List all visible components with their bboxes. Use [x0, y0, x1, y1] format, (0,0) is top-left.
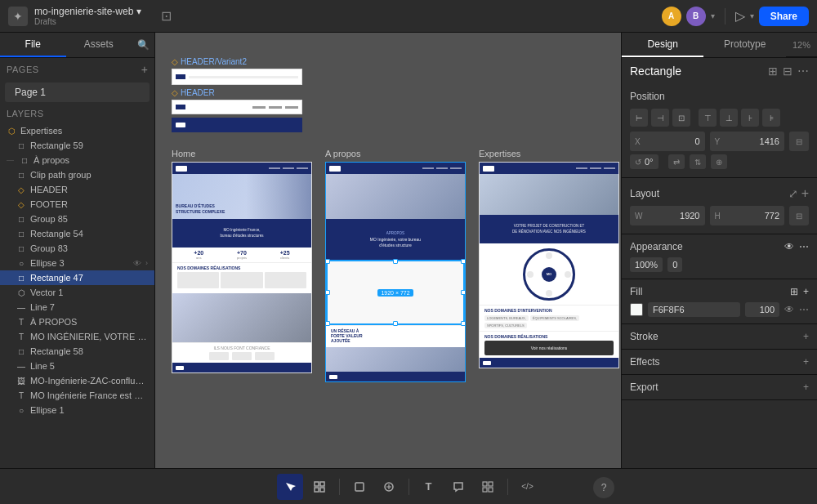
pen-tool-button[interactable] — [376, 474, 402, 500]
layer-label: Ellipse 3 — [30, 258, 129, 268]
fill-opacity-field[interactable]: 100 — [745, 302, 779, 317]
search-button[interactable]: 🔍 — [132, 33, 154, 57]
add-page-button[interactable]: + — [141, 63, 148, 76]
layout-expand-icon[interactable]: ⤢ — [788, 187, 798, 200]
fill-grid-icon[interactable]: ⊞ — [790, 286, 798, 297]
appearance-header: Appearance 👁 ⋯ — [630, 241, 809, 252]
layer-line5[interactable]: — Line 5 — [0, 359, 154, 373]
layer-image1[interactable]: 🖼 MO-Ingénierie-ZAC-confluences-... — [0, 373, 154, 388]
pages-section: Pages + — [0, 58, 154, 81]
w-label: W — [635, 212, 642, 221]
x-field[interactable]: X 0 — [630, 132, 705, 151]
play-button[interactable]: ▷ — [735, 8, 745, 24]
fill-more-icon[interactable]: ⋯ — [799, 304, 809, 315]
layer-mo-ingenie[interactable]: T MO INGÉNIERIE, VOTRE BUREAU... — [0, 329, 154, 344]
layer-label: Vector 1 — [30, 288, 148, 297]
flip-field[interactable]: ⇄ — [668, 154, 685, 169]
fill-eye-icon[interactable]: 👁 — [784, 304, 794, 315]
layer-rectangle54[interactable]: □ Rectangle 54 — [0, 226, 154, 241]
layer-apropos-text[interactable]: T À PROPOS — [0, 314, 154, 329]
home-page-frame[interactable]: BUREAU D'ÉTUDESSTRUCTURE COMPLEXE MO Ing… — [172, 162, 312, 373]
layer-rectangle47[interactable]: □ Rectangle 47 — [0, 270, 154, 285]
fill-hex-field[interactable]: F6F8F6 — [648, 302, 740, 317]
link-fields-btn[interactable]: ⊟ — [789, 132, 809, 151]
layer-apropos[interactable]: — □ À propos — [0, 153, 154, 167]
layer-line7[interactable]: — Line 7 — [0, 300, 154, 314]
select-tool-button[interactable] — [277, 474, 303, 500]
layout-add-btn[interactable]: + — [801, 186, 809, 201]
component-icon[interactable]: ⊟ — [783, 65, 792, 78]
layer-text3[interactable]: T MO Ingénierie France est un bure... — [0, 388, 154, 403]
frame-tool-button[interactable] — [306, 474, 333, 500]
effects-add-btn[interactable]: + — [803, 356, 809, 368]
header-dark-frame[interactable] — [172, 118, 302, 132]
app-logo[interactable]: ✦ — [8, 7, 28, 26]
expertises-page-frame[interactable]: VOTRE PROJET DE CONSTRUCTION ETDE RÉNOVA… — [479, 162, 619, 368]
zoom-level[interactable]: 12% — [786, 33, 817, 57]
constrain-proportions-btn[interactable]: ⊟ — [789, 206, 809, 225]
export-add-btn[interactable]: + — [803, 381, 809, 393]
stroke-add-btn[interactable]: + — [803, 331, 809, 342]
fill-color-swatch[interactable] — [630, 303, 643, 316]
components-tool-button[interactable] — [475, 474, 501, 500]
layer-group83[interactable]: □ Group 83 — [0, 241, 154, 256]
align-left-btn[interactable]: ⊢ — [630, 109, 648, 127]
constrain-field[interactable]: ⊕ — [711, 154, 727, 169]
layer-group85[interactable]: □ Group 85 — [0, 212, 154, 226]
layer-header[interactable]: ◇ HEADER — [0, 182, 154, 197]
layer-footer[interactable]: ◇ FOOTER — [0, 197, 154, 212]
apropos-page-frame[interactable]: APROPOS MO Ingénierie, votre bureaud'étu… — [325, 162, 466, 382]
align-center-v-btn[interactable]: ⊥ — [720, 109, 738, 127]
corners-field[interactable]: 0 — [667, 257, 682, 272]
header-variant-frame[interactable] — [172, 69, 302, 85]
share-button[interactable]: Share — [759, 7, 809, 26]
page1-item[interactable]: Page 1 — [5, 83, 150, 102]
layer-ellipse3[interactable]: ○ Ellipse 3 👁 › — [0, 256, 154, 270]
code-tool-button[interactable]: </> — [515, 474, 541, 500]
layer-expertises[interactable]: ⬡ Expertises — [0, 123, 154, 138]
appearance-icons: 👁 ⋯ — [784, 241, 809, 252]
play-chevron[interactable]: ▾ — [750, 11, 754, 20]
height-field[interactable]: H 772 — [710, 206, 785, 225]
y-field[interactable]: Y 1416 — [710, 132, 785, 151]
tab-assets[interactable]: Assets — [66, 33, 132, 57]
canvas-scroll[interactable]: ◇ HEADER/Variant2 ◇ HEADER — [155, 33, 621, 468]
rotation-field[interactable]: ↺ 0° — [630, 154, 659, 169]
layout-label: Layout — [630, 188, 659, 199]
settings-icon[interactable]: ⋯ — [797, 65, 809, 78]
fill-header-icons: ⊞ + — [790, 286, 809, 297]
layer-clippath[interactable]: □ Clip path group — [0, 167, 154, 182]
tab-file[interactable]: File — [0, 33, 66, 57]
layer-rectangle58[interactable]: □ Rectangle 58 — [0, 344, 154, 359]
header-frame[interactable] — [172, 100, 302, 114]
layer-rectangle59[interactable]: □ Rectangle 59 — [0, 138, 154, 153]
text-tool-button[interactable]: T — [416, 474, 442, 500]
avatar-more[interactable]: ▾ — [711, 11, 715, 20]
eye-icon[interactable]: 👁 — [133, 259, 141, 268]
align-distribute-btn[interactable]: ⊧ — [762, 109, 780, 127]
shape-tool-button[interactable] — [346, 474, 373, 500]
fill-add-btn[interactable]: + — [803, 286, 809, 297]
width-field[interactable]: W 1920 — [630, 206, 705, 225]
tab-design[interactable]: Design — [622, 33, 703, 57]
align-right-btn[interactable]: ⊡ — [672, 109, 690, 127]
appearance-eye-icon[interactable]: 👁 — [784, 241, 794, 252]
opacity-field[interactable]: 100% — [630, 257, 663, 272]
align-bottom-btn[interactable]: ⊦ — [741, 109, 759, 127]
align-top-btn[interactable]: ⊤ — [699, 109, 717, 127]
appearance-settings-icon[interactable]: ⋯ — [799, 241, 809, 252]
layer-vector1[interactable]: ⬡ Vector 1 — [0, 285, 154, 300]
grid-icon[interactable]: ⊞ — [768, 65, 778, 78]
help-button[interactable]: ? — [593, 477, 614, 498]
project-name[interactable]: mo-ingenierie-site-web ▾ — [34, 6, 141, 17]
flip-v-field[interactable]: ⇅ — [690, 154, 706, 169]
chevron-icon: › — [145, 259, 148, 267]
layer-label: Rectangle 47 — [30, 273, 148, 283]
comment-tool-button[interactable] — [445, 474, 471, 500]
sidebar-toggle-icon[interactable]: ⊡ — [161, 8, 172, 24]
canvas-content: ◇ HEADER/Variant2 ◇ HEADER — [155, 33, 621, 407]
align-center-h-btn[interactable]: ⊣ — [651, 109, 669, 127]
layer-ellipse1[interactable]: ○ Ellipse 1 — [0, 403, 154, 417]
layer-label: Ellipse 1 — [30, 405, 148, 415]
tab-prototype[interactable]: Prototype — [703, 33, 785, 57]
